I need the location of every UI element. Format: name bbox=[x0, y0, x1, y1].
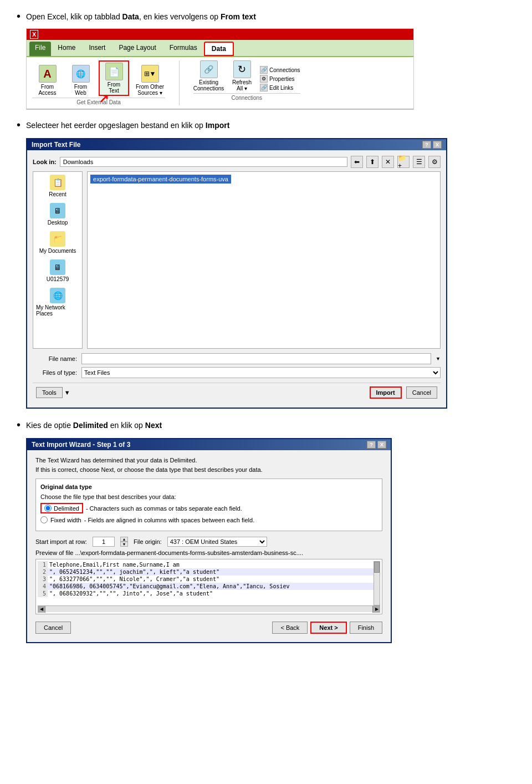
delimited-radio-box[interactable]: Delimited bbox=[40, 503, 83, 513]
file-name-input[interactable] bbox=[81, 353, 431, 364]
preview-row-4: 4 "068166986, 0634005745","Eviancu@gmail… bbox=[38, 583, 374, 590]
delete-btn[interactable]: ✕ bbox=[382, 156, 394, 168]
nav-recent[interactable]: 📋 Recent bbox=[36, 175, 79, 197]
bullet-item-1: • Open Excel, klik op tabblad Data, en k… bbox=[17, 11, 515, 110]
row-data-2: ", 0652451234,"","", joachim",", kieft",… bbox=[48, 568, 374, 576]
preview-row-3: 3 ", 633277066","","", Nicole",", Cramer… bbox=[38, 576, 374, 583]
spin-up-btn[interactable]: ▲ bbox=[120, 537, 128, 542]
wizard-body: The Text Wizard has determined that your… bbox=[27, 450, 391, 642]
fixed-width-radio[interactable] bbox=[40, 516, 48, 523]
nav-my-documents[interactable]: 📁 My Documents bbox=[36, 231, 79, 254]
file-origin-label: File origin: bbox=[134, 538, 162, 545]
ribbon-group-external-content: A FromAccess 🌐 FromWeb 📄 FromText bbox=[32, 60, 165, 96]
cancel-button[interactable]: Cancel bbox=[406, 386, 437, 399]
file-name-label: File name: bbox=[33, 355, 77, 362]
ribbon-body: A FromAccess 🌐 FromWeb 📄 FromText bbox=[27, 57, 413, 109]
preview-section: Preview of file ...\export-formdata-perm… bbox=[35, 549, 382, 614]
preview-scroll[interactable]: 1 Telephone,Email,First name,Surname,I a… bbox=[38, 561, 374, 605]
wizard-fields: Start import at row: ▲ ▼ File origin: 43… bbox=[35, 537, 382, 547]
preview-table: 1 Telephone,Email,First name,Surname,I a… bbox=[38, 561, 374, 597]
refresh-button[interactable]: ↻ RefreshAll ▾ bbox=[227, 60, 257, 91]
from-web-button[interactable]: 🌐 FromWeb bbox=[65, 65, 96, 96]
tab-insert[interactable]: Insert bbox=[82, 42, 112, 56]
connections-text: Connections bbox=[269, 67, 300, 73]
from-access-button[interactable]: A FromAccess bbox=[32, 65, 63, 96]
desktop-label: Desktop bbox=[48, 220, 68, 226]
dialog-close-btn[interactable]: X bbox=[433, 141, 442, 149]
wizard-next-btn[interactable]: Next > bbox=[310, 622, 346, 634]
excel-screenshot: X File Home Insert Page Layout Formulas … bbox=[26, 28, 414, 110]
row-num-4: 4 bbox=[38, 583, 48, 590]
files-of-type-select[interactable]: Text Files bbox=[81, 367, 441, 378]
wizard-back-btn[interactable]: < Back bbox=[272, 622, 308, 634]
import-dialog-file-area[interactable]: export-formdata-permanent-documents-form… bbox=[87, 171, 441, 349]
wizard-finish-btn[interactable]: Finish bbox=[350, 622, 382, 634]
tab-data[interactable]: Data bbox=[204, 42, 234, 56]
u012579-label: U012579 bbox=[47, 276, 69, 282]
from-web-icon: 🌐 bbox=[72, 65, 90, 83]
dialog-action-buttons: Import Cancel bbox=[370, 386, 437, 399]
properties-link[interactable]: ⚙ Properties bbox=[260, 75, 300, 83]
h-scrollbar[interactable]: ◀ ▶ bbox=[38, 605, 380, 612]
row-data-1: Telephone,Email,First name,Surname,I am bbox=[48, 561, 374, 568]
selected-file[interactable]: export-formdata-permanent-documents-form… bbox=[90, 175, 231, 184]
connection-small-buttons: 🔗 Connections ⚙ Properties 🔗 Edit Links bbox=[260, 66, 300, 91]
import-button[interactable]: Import bbox=[370, 386, 402, 399]
wizard-controls: ? X bbox=[367, 441, 386, 449]
import-dialog-body: Look in: Downloads ⬅ ⬆ ✕ 📁+ ☰ ⚙ 📋 Rec bbox=[27, 150, 446, 408]
recent-icon: 📋 bbox=[50, 175, 65, 190]
delimited-radio-row: Delimited - Characters such as commas or… bbox=[40, 503, 377, 513]
wizard-cancel-btn[interactable]: Cancel bbox=[35, 622, 71, 634]
from-other-button[interactable]: ⊞▼ From OtherSources ▾ bbox=[135, 65, 165, 96]
bold-delimited: Delimited bbox=[73, 421, 108, 430]
ribbon-group-connections-content: 🔗 ExistingConnections ↻ RefreshAll ▾ 🔗 C… bbox=[193, 60, 300, 91]
ribbon-tabs: File Home Insert Page Layout Formulas Da… bbox=[27, 40, 413, 57]
nav-u012579[interactable]: 🖥 U012579 bbox=[36, 259, 79, 282]
tab-formulas[interactable]: Formulas bbox=[163, 42, 204, 56]
nav-up-btn[interactable]: ⬆ bbox=[366, 156, 378, 168]
preview-scrollbar[interactable] bbox=[374, 561, 380, 605]
wizard-intro-line1: The Text Wizard has determined that your… bbox=[35, 456, 382, 465]
new-folder-btn[interactable]: 📁+ bbox=[397, 156, 410, 168]
tools-dropdown-arrow[interactable]: ▼ bbox=[64, 389, 70, 396]
tools-dropdown-btn[interactable]: ⚙ bbox=[428, 156, 441, 168]
file-origin-select[interactable]: 437 : OEM United States bbox=[167, 537, 267, 547]
tab-page-layout[interactable]: Page Layout bbox=[112, 42, 162, 56]
wizard-help-btn[interactable]: ? bbox=[367, 441, 376, 449]
wizard-buttons: Cancel < Back Next > Finish bbox=[35, 619, 382, 637]
bold-data: Data bbox=[122, 12, 139, 21]
tools-area: Tools ▼ bbox=[36, 386, 70, 399]
existing-connections-button[interactable]: 🔗 ExistingConnections bbox=[193, 60, 224, 91]
tab-file[interactable]: File bbox=[29, 42, 51, 56]
bullet-item-3: • Kies de optie Delimited en klik op Nex… bbox=[17, 420, 515, 643]
dialog-help-btn[interactable]: ? bbox=[422, 141, 431, 149]
scroll-right-btn[interactable]: ▶ bbox=[372, 606, 380, 613]
connections-icon: 🔗 bbox=[260, 66, 268, 74]
choose-label: Choose the file type that best describes… bbox=[40, 493, 377, 500]
fixed-width-radio-row: Fixed width - Fields are aligned in colu… bbox=[40, 516, 377, 523]
edit-links-link[interactable]: 🔗 Edit Links bbox=[260, 84, 300, 91]
start-row-label: Start import at row: bbox=[35, 538, 87, 545]
fixed-width-label: Fixed width bbox=[50, 517, 81, 523]
delimited-radio[interactable] bbox=[44, 505, 52, 512]
scroll-left-btn[interactable]: ◀ bbox=[38, 606, 45, 613]
bullet-text-3: Kies de optie Delimited en klik op Next bbox=[26, 420, 392, 431]
nav-desktop[interactable]: 🖥 Desktop bbox=[36, 203, 79, 226]
location-display: Downloads bbox=[60, 157, 347, 167]
nav-back-btn[interactable]: ⬅ bbox=[351, 156, 363, 168]
connections-link[interactable]: 🔗 Connections bbox=[260, 66, 300, 74]
files-of-type-label: Files of type: bbox=[33, 369, 77, 376]
file-name-dropdown[interactable]: ▼ bbox=[436, 356, 441, 362]
preview-content: 1 Telephone,Email,First name,Surname,I a… bbox=[38, 561, 380, 605]
u012579-icon: 🖥 bbox=[50, 259, 65, 275]
scroll-thumb bbox=[374, 562, 380, 573]
tools-button[interactable]: Tools bbox=[36, 387, 63, 398]
wizard-close-btn[interactable]: X bbox=[377, 441, 386, 449]
start-row-input[interactable] bbox=[93, 537, 115, 547]
spin-down-btn[interactable]: ▼ bbox=[120, 542, 128, 547]
nav-network[interactable]: 🌐 My Network Places bbox=[36, 288, 79, 317]
from-access-label: FromAccess bbox=[38, 84, 56, 96]
views-btn[interactable]: ☰ bbox=[413, 156, 425, 168]
tab-home[interactable]: Home bbox=[51, 42, 82, 56]
from-text-button[interactable]: 📄 FromText bbox=[99, 60, 129, 96]
